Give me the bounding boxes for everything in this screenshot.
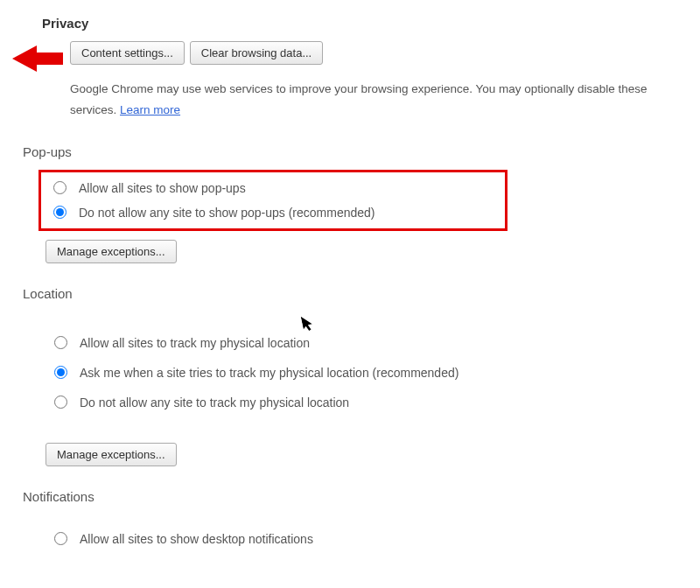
location-allow-all-label: Allow all sites to track my physical loc… <box>80 336 310 350</box>
notifications-allow-all-label: Allow all sites to show desktop notifica… <box>80 532 313 546</box>
red-arrow-annotation <box>12 44 65 74</box>
popups-block-all-radio[interactable] <box>53 206 66 219</box>
location-manage-exceptions-button[interactable]: Manage exceptions... <box>46 443 177 466</box>
clear-browsing-data-button[interactable]: Clear browsing data... <box>190 41 323 65</box>
popups-allow-all-option[interactable]: Allow all sites to show pop-ups <box>46 181 500 195</box>
notifications-radio-group: Allow all sites to show desktop notifica… <box>46 514 700 546</box>
popups-highlight-box: Allow all sites to show pop-ups Do not a… <box>38 170 508 231</box>
notifications-section-title: Notifications <box>23 489 700 504</box>
popups-section-title: Pop-ups <box>23 144 700 159</box>
svg-marker-0 <box>12 46 63 72</box>
popups-block-all-option[interactable]: Do not allow any site to show pop-ups (r… <box>46 206 500 220</box>
location-ask-radio[interactable] <box>54 366 67 379</box>
privacy-section-title: Privacy <box>42 16 700 31</box>
learn-more-link[interactable]: Learn more <box>120 103 180 116</box>
location-deny-all-option[interactable]: Do not allow any site to track my physic… <box>54 396 691 410</box>
location-ask-label: Ask me when a site tries to track my phy… <box>80 366 458 380</box>
location-allow-all-option[interactable]: Allow all sites to track my physical loc… <box>54 336 691 350</box>
notifications-allow-all-option[interactable]: Allow all sites to show desktop notifica… <box>54 532 691 546</box>
popups-allow-all-label: Allow all sites to show pop-ups <box>79 181 246 195</box>
content-settings-button[interactable]: Content settings... <box>70 41 185 65</box>
notifications-allow-all-radio[interactable] <box>54 532 67 545</box>
location-radio-group: Allow all sites to track my physical loc… <box>46 312 700 434</box>
location-section-title: Location <box>23 286 700 301</box>
location-ask-option[interactable]: Ask me when a site tries to track my phy… <box>54 366 691 380</box>
location-deny-all-label: Do not allow any site to track my physic… <box>80 396 349 410</box>
location-allow-all-radio[interactable] <box>54 336 67 349</box>
privacy-button-row: Content settings... Clear browsing data.… <box>70 41 700 65</box>
location-deny-all-radio[interactable] <box>54 396 67 409</box>
popups-allow-all-radio[interactable] <box>53 181 66 194</box>
popups-manage-exceptions-button[interactable]: Manage exceptions... <box>46 240 177 263</box>
privacy-description: Google Chrome may use web services to im… <box>70 79 674 122</box>
popups-block-all-label: Do not allow any site to show pop-ups (r… <box>79 206 375 220</box>
